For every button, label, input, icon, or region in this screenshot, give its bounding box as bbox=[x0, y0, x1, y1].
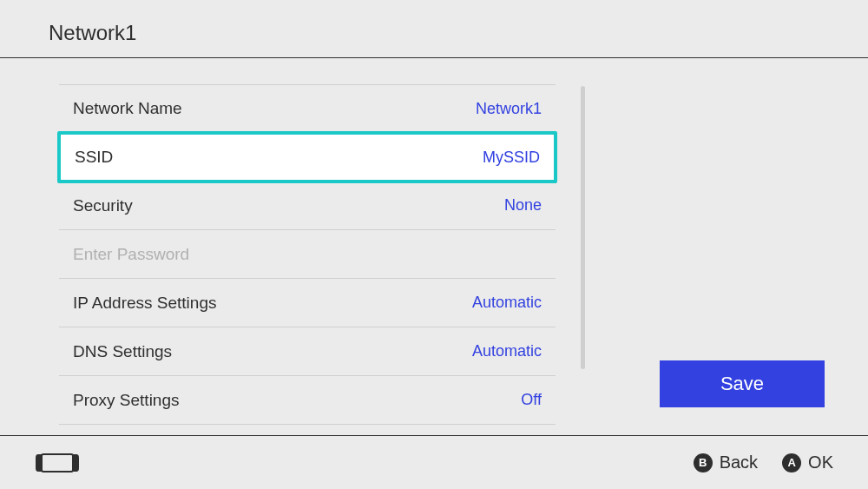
a-button-icon: A bbox=[782, 453, 801, 472]
setting-row-proxy[interactable]: Proxy Settings Off bbox=[59, 376, 556, 425]
setting-value: Automatic bbox=[472, 342, 542, 360]
setting-label: IP Address Settings bbox=[73, 294, 216, 313]
setting-value: Automatic bbox=[472, 294, 542, 312]
setting-row-dns[interactable]: DNS Settings Automatic bbox=[59, 327, 556, 376]
page-title: Network1 bbox=[49, 21, 819, 45]
setting-row-ip[interactable]: IP Address Settings Automatic bbox=[59, 279, 556, 327]
ok-action[interactable]: A OK bbox=[782, 453, 833, 472]
content: Network Name Network1 SSID MySSID Securi… bbox=[0, 58, 868, 432]
setting-row-password: Enter Password bbox=[59, 230, 556, 279]
setting-label: Enter Password bbox=[73, 245, 189, 264]
b-button-icon: B bbox=[694, 453, 713, 472]
header: Network1 bbox=[0, 0, 868, 58]
back-label: Back bbox=[720, 453, 758, 472]
footer: B Back A OK bbox=[0, 435, 868, 489]
setting-value: MySSID bbox=[483, 149, 540, 167]
setting-label: Proxy Settings bbox=[73, 391, 180, 410]
svg-rect-0 bbox=[42, 454, 73, 472]
setting-value: None bbox=[504, 196, 542, 215]
back-action[interactable]: B Back bbox=[694, 453, 758, 472]
setting-label: Network Name bbox=[73, 99, 182, 118]
setting-value: Network1 bbox=[476, 100, 542, 118]
setting-row-security[interactable]: Security None bbox=[59, 182, 556, 230]
settings-list: Network Name Network1 SSID MySSID Securi… bbox=[59, 84, 556, 425]
setting-row-network-name[interactable]: Network Name Network1 bbox=[59, 84, 556, 133]
settings-panel: Network Name Network1 SSID MySSID Securi… bbox=[0, 58, 616, 432]
controller-icon bbox=[35, 453, 80, 472]
save-button[interactable]: Save bbox=[660, 360, 825, 407]
footer-left bbox=[35, 453, 80, 472]
setting-label: Security bbox=[73, 196, 133, 215]
scrollbar[interactable] bbox=[581, 86, 585, 369]
ok-label: OK bbox=[808, 453, 833, 472]
setting-label: DNS Settings bbox=[73, 342, 172, 361]
action-panel: Save bbox=[616, 58, 868, 432]
footer-right: B Back A OK bbox=[694, 453, 833, 472]
setting-label: SSID bbox=[75, 148, 113, 167]
setting-value: Off bbox=[521, 391, 542, 409]
setting-row-ssid[interactable]: SSID MySSID bbox=[57, 131, 557, 183]
